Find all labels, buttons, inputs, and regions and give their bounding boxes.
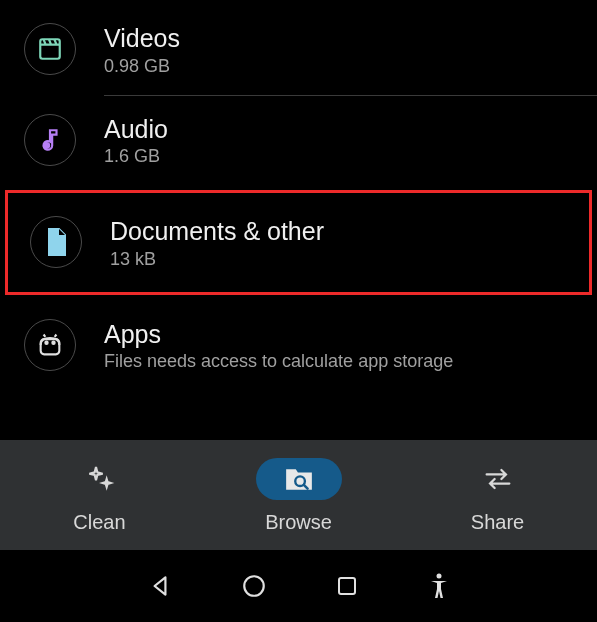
svg-point-8	[436, 574, 441, 579]
divider	[104, 95, 597, 96]
category-label: Audio	[104, 113, 168, 146]
tab-share[interactable]: Share	[399, 457, 596, 534]
category-sub: Files needs access to calculate app stor…	[104, 351, 453, 372]
folder-search-icon	[284, 466, 314, 492]
document-icon	[30, 216, 82, 268]
tab-clean[interactable]: Clean	[1, 457, 198, 534]
svg-point-6	[244, 576, 264, 596]
category-label: Apps	[104, 318, 453, 351]
nav-accessibility-button[interactable]	[427, 572, 451, 600]
clapper-icon	[24, 23, 76, 75]
category-item-audio[interactable]: Audio 1.6 GB	[0, 95, 597, 186]
svg-point-4	[52, 341, 54, 343]
svg-point-1	[43, 142, 50, 149]
bottom-tab-bar: Clean Browse Share	[0, 440, 597, 550]
svg-rect-2	[41, 339, 60, 354]
nav-recents-button[interactable]	[335, 574, 359, 598]
tab-label: Browse	[265, 511, 332, 534]
browse-pill	[256, 458, 342, 500]
music-note-icon	[24, 114, 76, 166]
nav-home-button[interactable]	[241, 573, 267, 599]
tab-label: Share	[471, 511, 524, 534]
svg-rect-7	[339, 578, 355, 594]
category-item-apps[interactable]: Apps Files needs access to calculate app…	[0, 300, 597, 391]
category-item-documents[interactable]: Documents & other 13 kB	[2, 187, 595, 298]
category-sub: 13 kB	[110, 249, 324, 270]
android-icon	[24, 319, 76, 371]
category-sub: 0.98 GB	[104, 56, 180, 77]
category-list: Videos 0.98 GB Audio 1.6 GB D	[0, 0, 597, 390]
svg-point-3	[45, 341, 47, 343]
swap-arrows-icon	[481, 457, 515, 501]
category-sub: 1.6 GB	[104, 146, 168, 167]
category-label: Videos	[104, 22, 180, 55]
tab-browse[interactable]: Browse	[200, 457, 397, 534]
system-nav-bar	[0, 550, 597, 622]
category-item-videos[interactable]: Videos 0.98 GB	[0, 4, 597, 95]
sparkle-icon	[84, 457, 116, 501]
tab-label: Clean	[73, 511, 125, 534]
nav-back-button[interactable]	[147, 573, 173, 599]
category-label: Documents & other	[110, 215, 324, 248]
